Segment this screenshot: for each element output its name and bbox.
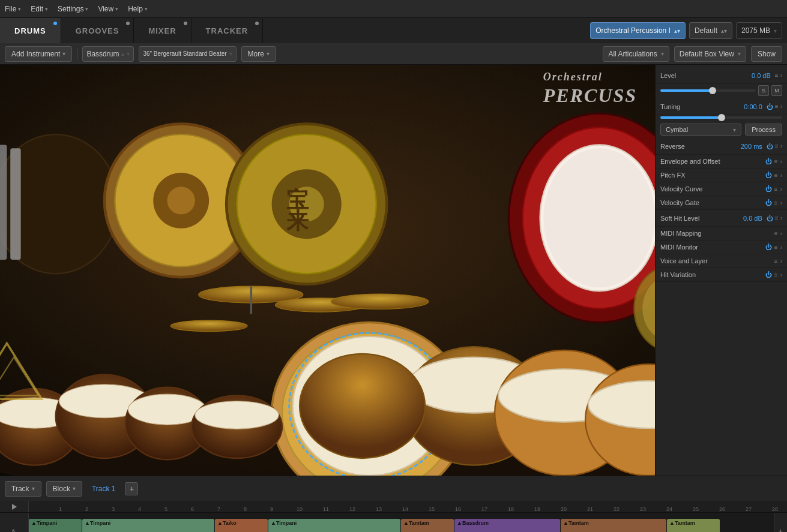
- block-button[interactable]: Block ▾: [46, 481, 82, 497]
- tracks-scroll-area[interactable]: ▲Timpani Intro ▲Timpani Verse ▲Taiko Fil…: [29, 513, 774, 532]
- envelope-power-icon[interactable]: ⏻: [765, 158, 772, 165]
- ruler-mark-7: 7: [216, 506, 243, 512]
- preset-selector[interactable]: Orchestral Percussion I ▴▾: [590, 22, 686, 39]
- zoom-controls: + -: [774, 513, 787, 532]
- show-button[interactable]: Show: [751, 46, 782, 62]
- midi-monitor-chevron-icon[interactable]: ›: [780, 244, 782, 251]
- menu-help[interactable]: Help ▾: [128, 5, 148, 13]
- velocity-curve-menu-icon[interactable]: ≡: [774, 186, 778, 193]
- midi-monitor-menu-icon[interactable]: ≡: [774, 244, 778, 251]
- track-segment-6[interactable]: ▲Tamtam Fill: [561, 519, 666, 532]
- tuning-power-icon[interactable]: ⏻: [767, 103, 773, 110]
- pitch-power-icon[interactable]: ⏻: [765, 172, 772, 179]
- reverse-label: Reverse: [660, 143, 741, 150]
- track-button[interactable]: Track ▾: [5, 481, 41, 497]
- envelope-menu-icon[interactable]: ≡: [774, 158, 778, 165]
- section-pitch[interactable]: Pitch FX ⏻ ≡ ›: [656, 169, 787, 182]
- track-segment-7[interactable]: ▲Tamtam Verse: [667, 519, 720, 532]
- articulations-dropdown[interactable]: All Articulations ▾: [603, 46, 669, 62]
- track-segment-3[interactable]: ▲Timpani Pre Chorus: [268, 519, 400, 532]
- velocity-gate-menu-icon[interactable]: ≡: [774, 200, 778, 206]
- seg-content-4: [403, 526, 451, 532]
- tuning-expand-icon[interactable]: ›: [780, 103, 782, 110]
- tab-mixer[interactable]: MIXER: [134, 18, 191, 43]
- section-velocity-curve[interactable]: Velocity Curve ⏻ ≡ ›: [656, 182, 787, 196]
- midi-monitor-power-icon[interactable]: ⏻: [765, 244, 772, 251]
- tuning-menu-icon[interactable]: ≡: [775, 103, 779, 110]
- level-slider[interactable]: [660, 89, 756, 92]
- track-segment-2[interactable]: ▲Taiko Fill: [215, 519, 268, 532]
- pitch-menu-icon[interactable]: ≡: [774, 172, 778, 179]
- zoom-in-button[interactable]: +: [779, 527, 783, 532]
- section-velocity-gate[interactable]: Velocity Gate ⏻ ≡ ›: [656, 196, 787, 210]
- velocity-gate-chevron-icon[interactable]: ›: [780, 200, 782, 206]
- velocity-curve-chevron-icon[interactable]: ›: [780, 186, 782, 193]
- reverse-power-icon[interactable]: ⏻: [767, 143, 773, 150]
- default-selector[interactable]: Default ▴▾: [689, 22, 732, 39]
- tuning-slider-thumb[interactable]: [718, 114, 725, 121]
- section-midi-mapping[interactable]: MIDI Mapping ≡ ›: [656, 227, 787, 241]
- hit-variation-menu-icon[interactable]: ≡: [774, 272, 778, 278]
- section-hit-variation[interactable]: Hit Variation ⏻ ≡ ›: [656, 268, 787, 282]
- reverse-menu-icon[interactable]: ≡: [775, 143, 779, 149]
- process-button[interactable]: Process: [745, 124, 782, 136]
- section-midi-monitor[interactable]: MIDI Monitor ⏻ ≡ ›: [656, 241, 787, 254]
- soft-hit-menu-icon[interactable]: ≡: [775, 215, 779, 221]
- add-instrument-button[interactable]: Add Instrument ▾: [5, 46, 72, 62]
- menu-view[interactable]: View ▾: [98, 5, 118, 13]
- seg-content-0: [31, 526, 79, 532]
- midi-mapping-chevron-icon[interactable]: ›: [780, 230, 782, 237]
- level-menu-icon[interactable]: ≡: [775, 72, 779, 79]
- track-segment-5[interactable]: ▲Bassdrum Chorus: [454, 519, 560, 532]
- timeline-ruler: 1234567891011121314151617181920212223242…: [29, 501, 787, 512]
- svg-point-6: [167, 187, 194, 214]
- hit-variation-chevron-icon[interactable]: ›: [780, 272, 782, 278]
- velocity-curve-power-icon[interactable]: ⏻: [765, 185, 772, 193]
- menu-edit[interactable]: Edit ▾: [31, 5, 48, 13]
- reverse-expand-icon[interactable]: ›: [780, 143, 782, 149]
- midi-mapping-label: MIDI Mapping: [660, 230, 774, 237]
- svg-point-28: [300, 354, 425, 458]
- hit-variation-power-icon[interactable]: ⏻: [765, 271, 772, 278]
- add-track-button[interactable]: +: [125, 482, 138, 495]
- voice-layer-chevron-icon[interactable]: ›: [780, 258, 782, 265]
- tuning-slider[interactable]: [660, 116, 782, 119]
- ruler-mark-22: 22: [612, 506, 639, 512]
- ruler-mark-16: 16: [454, 506, 480, 512]
- velocity-gate-power-icon[interactable]: ⏻: [765, 199, 772, 206]
- svg-point-36: [195, 401, 279, 429]
- soft-hit-chevron-icon[interactable]: ›: [780, 215, 782, 221]
- track-segment-1[interactable]: ▲Timpani Verse: [82, 519, 214, 532]
- help-arrow-icon: ▾: [145, 6, 148, 12]
- menu-file[interactable]: File ▾: [5, 5, 21, 13]
- tab-grooves[interactable]: GROOVES: [61, 18, 134, 43]
- menu-settings[interactable]: Settings ▾: [58, 5, 88, 13]
- envelope-chevron-icon[interactable]: ›: [780, 158, 782, 165]
- view-dropdown[interactable]: Default Box View ▾: [674, 46, 746, 62]
- ruler-mark-10: 10: [295, 506, 322, 512]
- mute-button[interactable]: M: [771, 85, 782, 96]
- instrument-dropdown[interactable]: Bassdrum ▴ ▾: [82, 46, 134, 62]
- soft-hit-power-icon[interactable]: ⏻: [767, 215, 773, 222]
- drum-kit-area[interactable]: Orchestral PERCUSS: [0, 65, 655, 476]
- midi-mapping-menu-icon[interactable]: ≡: [774, 230, 778, 237]
- tab-drums[interactable]: DRUMS: [0, 18, 61, 43]
- level-slider-thumb[interactable]: [709, 87, 716, 94]
- instrument-down-icon: ▾: [127, 50, 130, 57]
- voice-layer-menu-icon[interactable]: ≡: [774, 258, 778, 265]
- solo-button[interactable]: S: [758, 85, 769, 96]
- tab-tracker[interactable]: TRACKER: [191, 18, 264, 43]
- ruler-mark-24: 24: [665, 506, 692, 512]
- cymbal-dropdown[interactable]: Cymbal ▾: [660, 124, 741, 136]
- track-arrow-icon: ▾: [32, 485, 35, 492]
- track-segment-0[interactable]: ▲Timpani Intro: [29, 519, 82, 532]
- view-arrow-icon: ▾: [738, 50, 741, 57]
- beater-dropdown[interactable]: 36" Bergerault Standard Beater ▾: [139, 46, 236, 62]
- more-button[interactable]: More ▾: [241, 46, 276, 62]
- section-envelope[interactable]: Envelope and Offset ⏻ ≡ ›: [656, 155, 787, 169]
- level-expand-icon[interactable]: ›: [780, 72, 782, 79]
- pitch-chevron-icon[interactable]: ›: [780, 172, 782, 179]
- track-segment-4[interactable]: ▲Tamtam Fill: [401, 519, 454, 532]
- cursor-icon[interactable]: ↖: [11, 527, 17, 532]
- section-voice-layer[interactable]: Voice and Layer ≡ ›: [656, 254, 787, 268]
